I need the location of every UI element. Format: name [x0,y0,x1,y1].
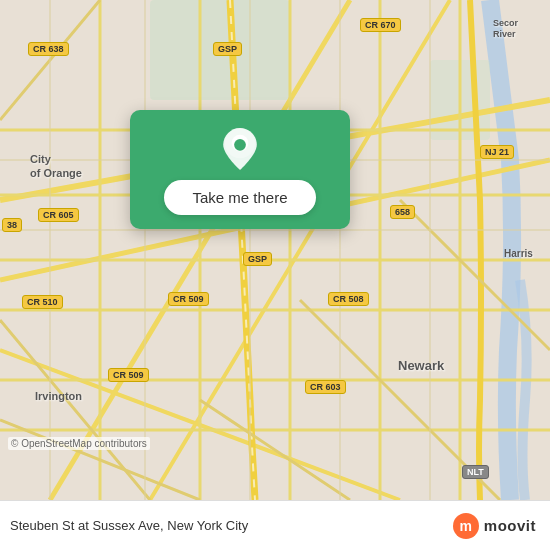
moovit-logo: m moovit [453,513,536,539]
road-badge-cr509a: CR 509 [168,292,209,306]
svg-line-22 [0,320,150,500]
take-me-there-button[interactable]: Take me there [164,180,315,215]
osm-credit: © OpenStreetMap contributors [8,437,150,450]
moovit-circle-icon: m [453,513,479,539]
place-label-secor: SecorRiver [493,18,518,40]
location-pin-icon [219,128,261,170]
road-badge-cr509b: CR 509 [108,368,149,382]
road-badge-658: 658 [390,205,415,219]
road-badge-gsp1: GSP [213,42,242,56]
place-label-irvington: Irvington [35,390,82,402]
svg-line-21 [400,200,550,350]
place-label-newark: Newark [398,358,444,373]
road-badge-nj21: NJ 21 [480,145,514,159]
road-badge-cr510: CR 510 [22,295,63,309]
svg-line-23 [200,400,350,500]
road-badge-nlt: NLT [462,465,489,479]
moovit-wordmark: moovit [484,517,536,534]
road-badge-cr603: CR 603 [305,380,346,394]
road-badge-cr605: CR 605 [38,208,79,222]
road-badge-cr670: CR 670 [360,18,401,32]
road-badge-gsp2: GSP [243,252,272,266]
road-badge-cr508: CR 508 [328,292,369,306]
map-container: CR 638 GSP CR 670 NJ 21 CR 605 658 CR 51… [0,0,550,500]
take-me-there-card: Take me there [130,110,350,229]
place-label-orange: Cityof Orange [30,152,82,181]
bottom-bar: Steuben St at Sussex Ave, New York City … [0,500,550,550]
svg-point-33 [234,139,246,151]
location-text: Steuben St at Sussex Ave, New York City [10,518,248,533]
place-label-harris: Harris [504,248,533,259]
road-badge-cr638: CR 638 [28,42,69,56]
road-badge-38: 38 [2,218,22,232]
